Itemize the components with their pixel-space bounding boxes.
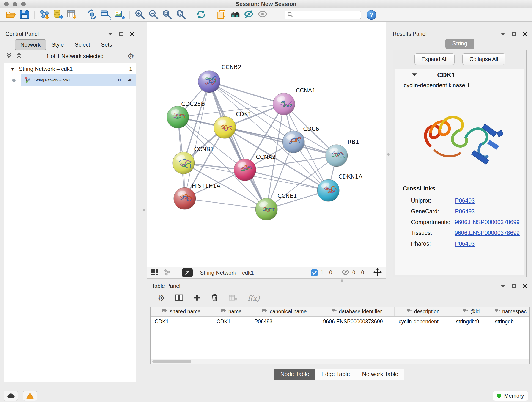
zoom-window-button[interactable] (21, 2, 26, 6)
delete-column-icon[interactable] (211, 294, 219, 303)
new-network-from-selection-button[interactable] (99, 9, 113, 20)
search-box[interactable] (285, 11, 361, 19)
memory-button[interactable]: Memory (493, 391, 528, 401)
network-edge[interactable] (209, 82, 284, 104)
crosslink-value-link[interactable]: P06493 (455, 240, 475, 247)
network-node-CDC6[interactable] (283, 131, 304, 153)
section-collapse-icon[interactable] (412, 73, 417, 77)
warning-button[interactable] (23, 391, 37, 401)
network-edge[interactable] (185, 198, 266, 209)
network-node-CDK1[interactable] (214, 116, 236, 138)
zoom-selected-region-button[interactable] (174, 9, 188, 20)
cloud-sync-button[interactable] (4, 391, 18, 401)
save-session-button[interactable] (17, 9, 31, 20)
export-image-button[interactable] (113, 9, 127, 20)
column-header-namespac[interactable]: namespac (491, 307, 530, 316)
crosslink-value-link[interactable]: P06493 (455, 197, 475, 204)
refresh-button[interactable] (194, 9, 208, 20)
import-network-from-database-button[interactable] (51, 9, 65, 20)
gene-section-header[interactable]: CDK1 (395, 69, 524, 81)
tab-select[interactable]: Select (70, 39, 95, 50)
collapse-all-networks-icon[interactable] (6, 52, 12, 60)
tab-style[interactable]: Style (46, 39, 69, 50)
close-panel-icon[interactable] (523, 32, 527, 36)
tab-network-table[interactable]: Network Table (356, 369, 404, 380)
column-header-canonical-name[interactable]: canonical name (250, 307, 319, 316)
network-row[interactable]: String Network – cdk1 11 48 (4, 75, 136, 86)
help-button[interactable]: ? (367, 10, 376, 20)
first-neighbors-button[interactable] (85, 9, 99, 20)
panel-menu-icon[interactable] (500, 284, 505, 288)
close-panel-icon[interactable] (130, 32, 134, 36)
network-node-CCNB2[interactable] (198, 70, 220, 93)
tab-sets[interactable]: Sets (96, 39, 117, 50)
minimize-window-button[interactable] (13, 2, 17, 6)
network-edge[interactable] (185, 82, 209, 198)
search-input[interactable] (295, 12, 361, 18)
hide-graphics-details-button[interactable] (242, 9, 256, 20)
network-node-CCNA2[interactable] (234, 159, 256, 181)
show-graphics-details-button[interactable] (256, 9, 269, 20)
network-node-CCNA1[interactable] (273, 93, 295, 115)
zoom-fit-content-button[interactable] (160, 9, 174, 20)
network-node-CCNE1[interactable] (255, 198, 278, 220)
add-column-icon[interactable] (193, 294, 201, 302)
network-canvas[interactable]: CCNB2CCNA1CDC25BCDK1CDC6RB1CCNB1CCNA2CDK… (147, 22, 386, 267)
import-network-from-file-button[interactable] (38, 9, 51, 20)
float-panel-icon[interactable] (512, 284, 516, 288)
float-panel-icon[interactable] (119, 32, 123, 36)
column-header-name[interactable]: name (212, 307, 250, 316)
network-edge[interactable] (209, 82, 266, 209)
pan-navigator-icon[interactable] (373, 268, 382, 278)
table-settings-gear-icon[interactable]: ⚙ (158, 294, 165, 302)
tab-network[interactable]: Network (15, 39, 46, 50)
tab-string-results[interactable]: String (445, 38, 474, 49)
float-panel-icon[interactable] (512, 32, 516, 36)
import-table-from-file-button[interactable] (65, 9, 79, 20)
network-row-selected[interactable]: String Network – cdk1 11 48 (21, 75, 136, 86)
column-header--id[interactable]: @id (452, 307, 491, 316)
selected-items-checkbox-icon[interactable] (311, 269, 318, 276)
show-columns-icon[interactable] (175, 294, 183, 302)
column-header-description[interactable]: description (394, 307, 452, 316)
crosslink-value-link[interactable]: 9606.ENSP00000378699 (455, 230, 520, 236)
zoom-out-button[interactable] (147, 9, 160, 20)
table-row[interactable]: CDK1CDK1P064939606.ENSP00000378699cyclin… (151, 317, 530, 327)
tree-expand-icon[interactable]: ▼ (10, 66, 15, 72)
network-graph-svg[interactable]: CCNB2CCNA1CDC25BCDK1CDC6RB1CCNB1CCNA2CDK… (147, 22, 386, 267)
panel-menu-icon[interactable] (108, 32, 113, 36)
column-header-database-identifier[interactable]: database identifier (319, 307, 394, 316)
crosslink-value-link[interactable]: P06493 (455, 208, 475, 215)
vertical-splitter-handle[interactable] (143, 209, 146, 211)
network-node-CDC25B[interactable] (167, 106, 189, 128)
open-in-new-window-button[interactable] (182, 268, 193, 277)
panel-menu-icon[interactable] (500, 32, 505, 36)
column-header-shared-name[interactable]: shared name (151, 307, 212, 316)
expand-all-button[interactable]: Expand All (414, 53, 455, 65)
collapse-all-button[interactable]: Collapse All (462, 53, 505, 65)
network-node-CDKN1A[interactable] (317, 179, 339, 201)
close-window-button[interactable] (4, 2, 9, 6)
control-panel: Control Panel NetworkStyleSelectSets 1 o… (2, 29, 138, 382)
horizontal-splitter-handle[interactable] (341, 279, 343, 282)
copy-session-button[interactable] (215, 9, 228, 20)
birdseye-grid-icon[interactable] (151, 269, 158, 277)
network-options-gear-icon[interactable]: ⚙ (127, 52, 134, 60)
expand-all-networks-icon[interactable] (16, 52, 22, 60)
vertical-splitter-handle[interactable] (387, 153, 390, 156)
network-node-CCNB1[interactable] (172, 152, 195, 174)
open-session-button[interactable] (4, 9, 17, 20)
share-network-icon[interactable] (163, 269, 171, 277)
network-node-RB1[interactable] (326, 145, 348, 167)
tab-edge-table[interactable]: Edge Table (316, 369, 356, 380)
scrollbar-thumb[interactable] (152, 360, 191, 363)
network-collection-row[interactable]: ▼ String Network – cdk1 1 (4, 64, 136, 75)
crosslink-value-link[interactable]: 9606.ENSP00000378699 (455, 219, 520, 225)
close-panel-icon[interactable] (523, 284, 527, 288)
tab-node-table[interactable]: Node Table (274, 369, 316, 380)
zoom-in-icon (134, 9, 145, 21)
welcome-screen-button[interactable] (228, 9, 242, 20)
zoom-in-button[interactable] (133, 9, 147, 20)
network-node-HIST1H1A[interactable] (174, 187, 196, 210)
network-edge[interactable] (225, 128, 336, 156)
